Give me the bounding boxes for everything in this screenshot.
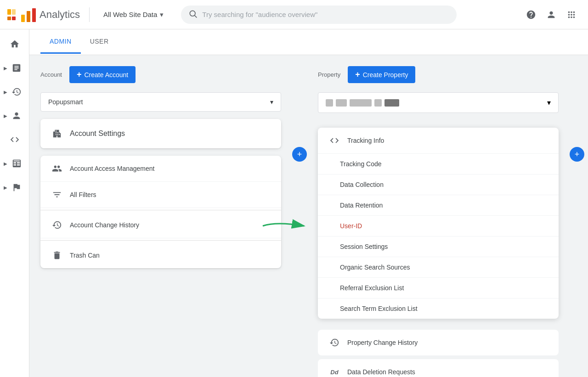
account-settings-item[interactable]: Account Settings [40,119,281,148]
trash-can-item[interactable]: Trash Can [40,242,281,268]
tab-admin[interactable]: ADMIN [40,30,81,54]
account-change-history-item[interactable]: Account Change History [40,212,281,238]
block-3 [350,99,372,107]
sidebar-expand-table[interactable]: ▶ [1,152,28,174]
expand-icon-2: ▶ [4,90,7,95]
tab-user[interactable]: USER [81,30,118,54]
svg-rect-2 [32,8,36,22]
account-icon[interactable] [542,6,560,24]
expand-icon-4: ▶ [4,161,7,166]
trash-can-label: Trash Can [70,252,100,259]
property-blocks [326,99,399,107]
history-icon-2 [329,337,340,348]
history-icon [51,219,62,231]
sidebar-expand-activity[interactable]: ▶ [1,81,28,103]
property-change-history-label: Property Change History [347,339,418,346]
menu-divider-2 [40,240,281,241]
data-deletion-requests-item[interactable]: Dd Data Deletion Requests [318,359,559,377]
account-column: Account + Create Account Popupsmart ▾ [29,55,292,377]
account-menu-card: Account Access Management All Filters A [40,156,281,268]
plus-icon-2: + [355,70,360,79]
apps-icon[interactable] [562,6,581,24]
add-view-button[interactable]: + [570,147,584,162]
create-property-button[interactable]: + Create Property [348,66,415,83]
block-4 [374,99,382,107]
property-change-history-item[interactable]: Property Change History [318,330,559,355]
tracking-info-card: Tracking Info Tracking Code Data Collect… [318,128,559,319]
data-retention-label: Data Retention [340,202,383,209]
referral-exclusion-list-item[interactable]: Referral Exclusion List [318,278,559,298]
all-filters-label: All Filters [70,191,96,198]
people-icon [51,163,62,174]
tracking-code-label: Tracking Code [340,160,382,168]
tracking-code-item[interactable]: Tracking Code [318,154,559,174]
data-deletion-label: Data Deletion Requests [347,368,415,376]
account-access-label: Account Access Management [70,165,154,172]
logo-icon [7,9,16,20]
sidebar-expand-reports[interactable]: ▶ [1,57,28,79]
sidebar-item-table[interactable] [7,152,26,174]
search-placeholder: Try searching for "audience overview" [202,11,317,18]
search-term-exclusion-item[interactable]: Search Term Exclusion List [318,298,559,319]
search-icon [188,9,198,20]
sidebar-item-activity[interactable] [7,81,26,103]
svg-point-3 [190,11,196,16]
expand-icon: ▶ [4,66,7,71]
user-id-label: User-ID [340,222,362,230]
help-icon[interactable] [522,6,540,24]
app-title: Analytics [40,9,80,21]
property-label: Property [318,71,340,78]
sidebar-expand-flags[interactable]: ▶ [1,176,28,198]
filter-icon [51,189,62,200]
account-selector[interactable]: Popupsmart ▾ [40,92,281,112]
create-account-button[interactable]: + Create Account [69,66,136,83]
svg-line-4 [195,15,197,17]
building-icon [51,128,62,139]
tracking-info-label: Tracking Info [347,137,384,144]
all-filters-item[interactable]: All Filters [40,182,281,208]
tabs-bar: ADMIN USER [29,29,588,55]
account-settings-label: Account Settings [70,129,125,138]
sidebar-item-home[interactable] [4,33,26,55]
search-bar[interactable]: Try searching for "audience overview" [181,6,457,24]
sidebar: ▶ ▶ ▶ ▶ ▶ [0,29,29,377]
property-dropdown[interactable]: ▾ [318,92,559,113]
sidebar-item-flags[interactable] [7,176,26,198]
block-5 [384,99,399,107]
organic-search-sources-item[interactable]: Organic Search Sources [318,257,559,278]
dropdown-chevron: ▾ [270,98,273,106]
sidebar-item-connect[interactable] [4,129,26,151]
account-settings-card: Account Settings [40,119,281,148]
topbar: Analytics All Web Site Data ▾ Try search… [0,0,588,29]
account-label: Account [40,71,62,78]
dd-icon: Dd [329,366,340,377]
svg-rect-0 [21,15,25,22]
search-term-label: Search Term Exclusion List [340,305,418,312]
code-icon [329,135,340,146]
property-selector[interactable]: All Web Site Data ▾ [99,8,168,22]
expand-icon-3: ▶ [4,113,7,118]
topbar-divider [89,7,90,22]
tracking-info-header[interactable]: Tracking Info [318,128,559,154]
chevron-down-icon: ▾ [160,11,164,19]
sidebar-item-users[interactable] [7,105,26,127]
data-collection-item[interactable]: Data Collection [318,174,559,195]
trash-icon [51,250,62,261]
session-settings-item[interactable]: Session Settings [318,236,559,257]
data-collection-label: Data Collection [340,181,384,188]
user-id-item[interactable]: User-ID [318,216,559,236]
svg-rect-1 [27,11,30,22]
content-area: ADMIN USER Account + Create Account Popu… [29,29,588,377]
topbar-actions [522,6,581,24]
logo-icon-bars [20,6,37,23]
arrow-icon [258,219,313,233]
sidebar-item-reports[interactable] [7,57,26,79]
sidebar-expand-users[interactable]: ▶ [1,105,28,127]
block-2 [336,99,347,107]
property-dropdown-chevron: ▾ [547,98,551,107]
add-column-button[interactable]: + [292,147,307,162]
account-access-management-item[interactable]: Account Access Management [40,156,281,182]
data-retention-item[interactable]: Data Retention [318,195,559,216]
property-bottom-items: Property Change History Dd Data Deletion… [318,330,559,377]
property-column: Property + Create Property ▾ [307,55,570,377]
